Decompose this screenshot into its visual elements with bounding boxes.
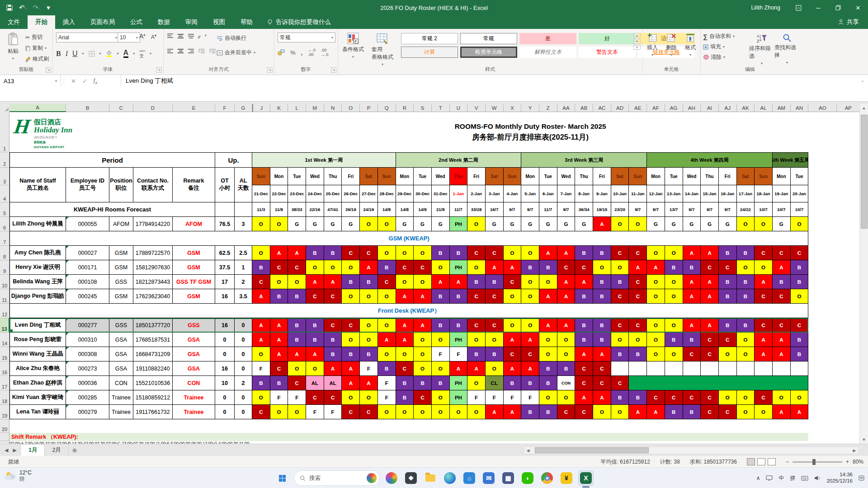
shift-cell[interactable]: G	[324, 217, 342, 231]
cell-position[interactable]: GSA	[109, 347, 133, 361]
cell-staff-name[interactable]: Django Peng 彭琨皓	[9, 289, 66, 304]
shift-cell[interactable]: A	[342, 361, 360, 376]
copilot-icon[interactable]	[384, 470, 399, 486]
cell-al[interactable]: 0	[235, 361, 252, 376]
column-header-T[interactable]: T	[432, 104, 450, 112]
cell-employee-id[interactable]: 000027	[66, 246, 109, 260]
taskbar-search[interactable]: 搜索	[294, 470, 380, 486]
shift-cell[interactable]: B	[432, 376, 450, 390]
decrease-indent-icon[interactable]	[198, 49, 205, 55]
cell-ot[interactable]: 37.5	[215, 260, 235, 275]
row-header-9[interactable]: 9	[0, 260, 9, 275]
shift-cell[interactable]: O	[521, 289, 539, 304]
forecast-cell[interactable]: 16/7	[486, 202, 504, 217]
day-name-cell[interactable]: Sun	[629, 168, 647, 185]
cell-employee-id[interactable]: 000171	[66, 260, 109, 275]
cell-al[interactable]: 2.5	[235, 246, 252, 260]
restore-button[interactable]	[828, 0, 848, 15]
comma-style-icon[interactable]: ,	[301, 49, 303, 56]
cell-staff-name[interactable]: Henry Xie 谢沃明	[9, 260, 66, 275]
shift-cell[interactable]: C	[665, 390, 683, 405]
shift-cell[interactable]: B	[719, 318, 737, 333]
shift-cell[interactable]: O	[288, 275, 306, 289]
shift-cell[interactable]: C	[270, 361, 288, 376]
shift-cell[interactable]: O	[360, 289, 378, 304]
shift-cell[interactable]: C	[557, 260, 576, 275]
cell-staff-name[interactable]: Kimi Yuan 袁宇峻琦	[9, 390, 66, 405]
shift-cell[interactable]: B	[432, 246, 450, 260]
shift-cell[interactable]: B	[593, 318, 611, 333]
cell-staff-name[interactable]: Lilith Zhong 钟晨晨	[9, 217, 66, 231]
shift-cell[interactable]: O	[719, 390, 737, 405]
shift-cell[interactable]: C	[324, 289, 342, 304]
shift-cell[interactable]: O	[521, 246, 539, 260]
merged-leave-block[interactable]	[629, 376, 808, 390]
forecast-cell[interactable]: 24/22	[737, 202, 755, 217]
page-break-view-icon[interactable]	[768, 458, 776, 465]
shift-cell[interactable]: B	[378, 361, 396, 376]
shift-cell[interactable]: O	[611, 260, 629, 275]
shift-cell[interactable]: C	[288, 376, 306, 390]
format-painter-button[interactable]: 格式刷	[25, 55, 49, 63]
cell-style-chip[interactable]: 常规 2	[401, 33, 458, 44]
shift-cell[interactable]: C	[521, 347, 539, 361]
shift-cell[interactable]	[719, 361, 737, 376]
shift-cell[interactable]: O	[432, 390, 450, 405]
shift-cell[interactable]: C	[683, 347, 701, 361]
shift-cell[interactable]: A	[575, 390, 593, 405]
shift-cell[interactable]: A	[306, 275, 324, 289]
forecast-cell[interactable]: 11/8	[270, 202, 288, 217]
shift-cell[interactable]: B	[306, 246, 324, 260]
shift-cell[interactable]	[791, 361, 809, 376]
shift-cell[interactable]: C	[629, 318, 647, 333]
forecast-cell[interactable]: 9/7	[719, 202, 737, 217]
accounting-format-icon[interactable]	[278, 49, 285, 56]
cell-position[interactable]: GSM	[109, 289, 133, 304]
fill-button[interactable]: 填充 ▾	[703, 43, 735, 51]
row-header-2[interactable]: 2	[0, 152, 9, 168]
shift-cell[interactable]: O	[378, 289, 396, 304]
shift-cell[interactable]: C	[252, 405, 270, 419]
date-cell[interactable]: 21-Dec	[252, 185, 270, 202]
shift-cell[interactable]: O	[647, 318, 665, 333]
day-name-cell[interactable]: Sun	[755, 168, 773, 185]
zoom-slider[interactable]	[793, 461, 842, 463]
shift-cell[interactable]: B	[324, 347, 342, 361]
shift-cell[interactable]: O	[504, 246, 522, 260]
shift-cell[interactable]: A	[270, 333, 288, 347]
shift-cell[interactable]: C	[773, 289, 791, 304]
column-header-V[interactable]: V	[467, 104, 486, 112]
cell-style-chip[interactable]: 好	[579, 33, 636, 44]
shift-cell[interactable]: O	[270, 405, 288, 419]
copy-button[interactable]: 复制▾	[25, 44, 49, 52]
forecast-cell[interactable]: 22/16	[306, 202, 324, 217]
shift-cell[interactable]: F	[504, 390, 522, 405]
number-dialog-launcher[interactable]: ↘	[331, 67, 336, 73]
shift-cell[interactable]: G	[539, 217, 557, 231]
sheet-tab-1月[interactable]: 1月	[21, 444, 45, 456]
column-header-AF[interactable]: AF	[647, 104, 665, 112]
shift-cell[interactable]: G	[665, 217, 683, 231]
shift-cell[interactable]: A	[450, 361, 468, 376]
delete-cells-button[interactable]: 删除▾	[662, 33, 680, 57]
day-name-cell[interactable]: Tue	[288, 168, 306, 185]
taskbar-clock[interactable]: 14:36 2025/12/16	[826, 472, 853, 484]
date-cell[interactable]: 3-Jan	[486, 185, 504, 202]
shift-cell[interactable]: B	[486, 347, 504, 361]
shift-cell[interactable]: G	[486, 217, 504, 231]
underline-button[interactable]: U	[72, 50, 78, 58]
shift-cell[interactable]: O	[252, 246, 270, 260]
forecast-cell[interactable]: 14/8	[414, 202, 432, 217]
column-header-AD[interactable]: AD	[611, 104, 629, 112]
date-cell[interactable]: 13-Jan	[665, 185, 683, 202]
zoom-in-icon[interactable]: +	[846, 459, 849, 465]
shift-cell[interactable]: O	[396, 405, 414, 419]
shift-cell[interactable]: A	[683, 275, 701, 289]
shift-cell[interactable]: O	[539, 347, 557, 361]
shift-cell[interactable]: B	[791, 347, 809, 361]
align-center-icon[interactable]	[177, 49, 184, 55]
weather-widget[interactable]: 12°C 阴	[5, 470, 32, 482]
format-as-table-button[interactable]: 套用 表格格式▾	[368, 33, 397, 66]
shift-cell[interactable]: O	[791, 217, 809, 231]
shift-cell[interactable]: A	[360, 260, 378, 275]
